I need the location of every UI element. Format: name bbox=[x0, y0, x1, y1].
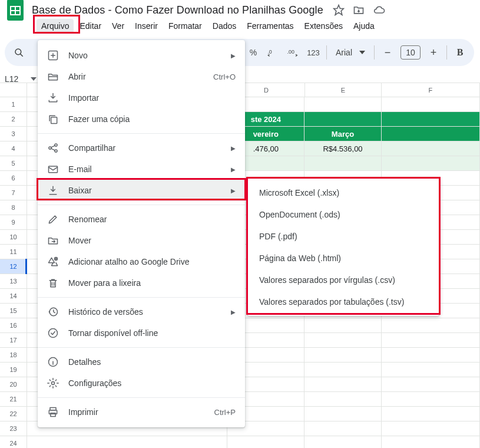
cloud-status-icon[interactable] bbox=[373, 4, 386, 16]
menu-item-e-mail[interactable]: E-mail▶ bbox=[38, 159, 245, 180]
menu-ver[interactable]: Ver bbox=[107, 19, 129, 33]
cell[interactable] bbox=[382, 318, 480, 333]
row-header[interactable]: 1 bbox=[0, 97, 27, 112]
move-to-folder-icon[interactable] bbox=[353, 4, 365, 16]
row-header[interactable]: 10 bbox=[0, 230, 27, 245]
row-header[interactable]: 24 bbox=[0, 436, 27, 448]
menu-editar[interactable]: Editar bbox=[75, 19, 106, 33]
row-header[interactable]: 8 bbox=[0, 200, 27, 215]
decrease-font-size-button[interactable]: − bbox=[380, 45, 395, 60]
cell[interactable] bbox=[304, 97, 382, 112]
row-header[interactable]: 5 bbox=[0, 156, 27, 171]
row-header[interactable]: 12 bbox=[0, 259, 27, 274]
cell[interactable] bbox=[304, 348, 382, 363]
font-family-selector[interactable]: Arial bbox=[333, 45, 368, 60]
font-size-input[interactable]: 10 bbox=[400, 45, 421, 60]
increase-font-size-button[interactable]: + bbox=[426, 45, 441, 60]
cell[interactable] bbox=[382, 407, 480, 421]
row-header[interactable]: 13 bbox=[0, 274, 27, 289]
menu-item-mover[interactable]: Mover bbox=[38, 230, 245, 251]
row-header[interactable]: 19 bbox=[0, 363, 27, 377]
menu-item-detalhes[interactable]: Detalhes bbox=[38, 351, 245, 373]
cell[interactable] bbox=[382, 127, 480, 141]
row-header[interactable]: 4 bbox=[0, 141, 27, 156]
menu-item-abrir[interactable]: AbrirCtrl+O bbox=[38, 66, 245, 87]
cell[interactable] bbox=[382, 333, 480, 348]
cell[interactable] bbox=[382, 377, 480, 392]
cell[interactable]: Março bbox=[304, 127, 382, 141]
row-header[interactable]: 23 bbox=[0, 421, 27, 436]
row-header[interactable]: 18 bbox=[0, 348, 27, 363]
row-header[interactable]: 9 bbox=[0, 215, 27, 230]
select-all-corner[interactable] bbox=[0, 83, 27, 97]
cell[interactable] bbox=[382, 348, 480, 363]
search-menus-icon[interactable] bbox=[12, 45, 26, 60]
cell[interactable] bbox=[304, 392, 382, 407]
menu-item-novo[interactable]: Novo▶ bbox=[38, 45, 245, 66]
menu-item-compartilhar[interactable]: Compartilhar▶ bbox=[38, 137, 245, 159]
menu-item-tornar-disponível-off-line[interactable]: Tornar disponível off-line bbox=[38, 322, 245, 344]
cell[interactable] bbox=[304, 407, 382, 421]
cell[interactable] bbox=[304, 318, 382, 333]
download-format-option[interactable]: Página da Web (.html) bbox=[247, 247, 439, 269]
cell[interactable] bbox=[304, 156, 382, 171]
menu-inserir[interactable]: Inserir bbox=[130, 19, 163, 33]
menu-item-baixar[interactable]: Baixar▶ bbox=[38, 180, 245, 201]
download-format-option[interactable]: Valores separados por vírgulas (.csv) bbox=[247, 269, 439, 291]
download-format-option[interactable]: Valores separados por tabulações (.tsv) bbox=[247, 291, 439, 312]
decrease-decimal-icon[interactable]: .0 bbox=[266, 45, 280, 60]
cell[interactable] bbox=[382, 112, 480, 127]
menu-dados[interactable]: Dados bbox=[208, 19, 241, 33]
cell[interactable] bbox=[382, 141, 480, 156]
row-header[interactable]: 20 bbox=[0, 377, 27, 392]
row-header[interactable]: 16 bbox=[0, 318, 27, 333]
cell[interactable] bbox=[304, 112, 382, 127]
document-title[interactable]: Base de Dados - Como Fazer Download no P… bbox=[32, 4, 323, 17]
cell[interactable] bbox=[304, 421, 382, 436]
menu-item-mover-para-a-lixeira[interactable]: Mover para a lixeira bbox=[38, 272, 245, 294]
row-header[interactable]: 17 bbox=[0, 333, 27, 348]
menu-item-importar[interactable]: Importar bbox=[38, 87, 245, 108]
row-header[interactable]: 22 bbox=[0, 407, 27, 421]
cell[interactable]: R$4.536,00 bbox=[304, 141, 382, 156]
download-format-option[interactable]: Microsoft Excel (.xlsx) bbox=[247, 182, 439, 203]
cell[interactable] bbox=[304, 333, 382, 348]
name-box-dropdown-icon[interactable] bbox=[31, 77, 37, 81]
column-header[interactable]: F bbox=[382, 83, 480, 97]
cell[interactable] bbox=[382, 392, 480, 407]
menu-formatar[interactable]: Formatar bbox=[164, 19, 207, 33]
cell[interactable] bbox=[382, 97, 480, 112]
row-header[interactable]: 11 bbox=[0, 245, 27, 259]
menu-item-configurações[interactable]: Configurações bbox=[38, 373, 245, 394]
cell[interactable] bbox=[382, 421, 480, 436]
star-icon[interactable] bbox=[333, 4, 345, 16]
row-header[interactable]: 2 bbox=[0, 112, 27, 127]
cell[interactable] bbox=[304, 377, 382, 392]
menu-item-adicionar-atalho-ao-google-drive[interactable]: Adicionar atalho ao Google Drive bbox=[38, 251, 245, 272]
row-header[interactable]: 14 bbox=[0, 289, 27, 304]
column-header[interactable]: E bbox=[305, 83, 382, 97]
row-header[interactable]: 15 bbox=[0, 304, 27, 318]
cell[interactable] bbox=[304, 436, 382, 448]
download-format-option[interactable]: PDF (.pdf) bbox=[247, 225, 439, 247]
row-header[interactable]: 3 bbox=[0, 127, 27, 141]
increase-decimal-icon[interactable]: .00 bbox=[286, 45, 300, 60]
row-header[interactable]: 21 bbox=[0, 392, 27, 407]
menu-ajuda[interactable]: Ajuda bbox=[349, 19, 379, 33]
menu-item-histórico-de-versões[interactable]: Histórico de versões▶ bbox=[38, 301, 245, 322]
bold-button[interactable]: B bbox=[453, 45, 467, 60]
cell[interactable] bbox=[382, 436, 480, 448]
menu-arquivo[interactable]: Arquivo bbox=[37, 19, 74, 33]
menu-item-imprimir[interactable]: ImprimirCtrl+P bbox=[38, 401, 245, 423]
row-header[interactable]: 7 bbox=[0, 186, 27, 200]
percent-format-button[interactable]: % bbox=[246, 45, 260, 60]
menu-item-fazer-uma-cópia[interactable]: Fazer uma cópia bbox=[38, 108, 245, 130]
menu-extensões[interactable]: Extensões bbox=[300, 19, 347, 33]
cell[interactable] bbox=[382, 156, 480, 171]
cell[interactable] bbox=[382, 363, 480, 377]
menu-item-renomear[interactable]: Renomear bbox=[38, 209, 245, 230]
cell[interactable] bbox=[304, 363, 382, 377]
download-format-option[interactable]: OpenDocument (.ods) bbox=[247, 203, 439, 225]
cell[interactable] bbox=[227, 436, 304, 448]
number-format-button[interactable]: 123 bbox=[306, 45, 320, 60]
